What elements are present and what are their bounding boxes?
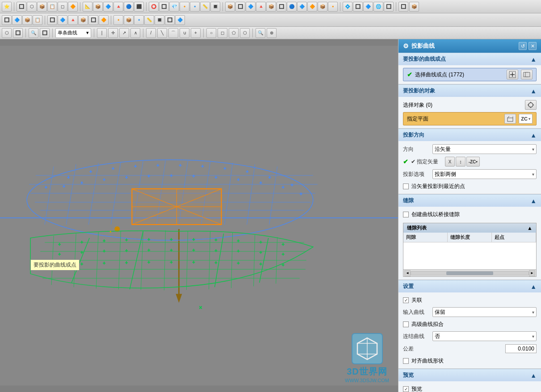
tb-btn-31[interactable]: 💠 [343,2,352,12]
tb-btn-r3-16[interactable]: ⬠ [229,28,239,38]
tb-btn-r2-16[interactable]: 🔲 [165,15,175,25]
tb-btn-r2-2[interactable]: 🔷 [12,15,22,25]
tb-btn-20[interactable]: 📦 [225,2,235,12]
tb-btn-32[interactable]: 🔲 [353,2,363,12]
tb-btn-r2-6[interactable]: 🔷 [58,15,67,25]
connect-curve-dropdown[interactable]: 否 ▾ [432,331,537,341]
tb-btn-35[interactable]: 🔲 [384,2,394,12]
tb-btn-r3-5[interactable]: | [97,28,107,38]
nearest-checkbox[interactable] [403,183,409,189]
associate-checkbox[interactable] [403,297,409,303]
tb-btn-36[interactable]: 🔲 [398,2,408,12]
curves-replace-btn[interactable] [521,70,533,79]
tb-btn-17[interactable]: 🔹 [190,2,200,12]
vector-zc-btn[interactable]: -ZC ▾ [466,157,480,167]
curves-add-btn[interactable] [507,70,518,79]
tb-btn-26[interactable]: 🔵 [287,2,297,12]
tb-btn-r3-19[interactable]: ⊕ [267,28,277,38]
tb-btn-29[interactable]: 📦 [318,2,327,12]
tb-btn-r3-15[interactable]: ◻ [218,28,227,38]
tb-btn-r2-9[interactable]: 🔲 [88,15,98,25]
scroll-left-btn[interactable]: ◄ [404,270,411,276]
tb-btn-4[interactable]: 📋 [47,2,57,12]
tb-btn-r3-1[interactable]: ⬡ [2,28,12,38]
tb-btn-25[interactable]: 🔲 [277,2,286,12]
tb-btn-24[interactable]: 📦 [266,2,276,12]
tb-btn-r3-18[interactable]: 🔍 [256,28,265,38]
tb-btn-19[interactable]: 🔳 [210,2,220,12]
target-select-btn[interactable] [525,100,537,110]
tb-btn-9[interactable]: 🔷 [103,2,113,12]
direction-dropdown[interactable]: 沿矢量 ▾ [432,144,537,154]
tb-btn-r3-2[interactable]: 🔲 [13,28,23,38]
tb-btn-6[interactable]: 🔶 [68,2,78,12]
tb-btn-r3-11[interactable]: ⌒ [168,28,178,38]
tb-btn-7[interactable]: 📐 [83,2,92,12]
panel-close-btn[interactable]: ✕ [528,42,537,50]
tb-btn-8[interactable]: 📦 [93,2,103,12]
tb-btn-star[interactable]: ⭐ [2,2,12,12]
tb-btn-r3-9[interactable]: / [146,28,156,38]
tb-btn-2[interactable]: ⬡ [27,2,37,12]
tb-btn-r3-3[interactable]: 🔍 [29,28,38,38]
projection-dropdown[interactable]: 投影两侧 ▾ [432,169,537,179]
tb-btn-r2-7[interactable]: 🔺 [68,15,78,25]
vector-updown-btn[interactable]: ↕ [456,157,466,167]
tb-btn-3[interactable]: 📦 [37,2,47,12]
tb-btn-12[interactable]: ⬛ [134,2,144,12]
curve-type-dropdown[interactable]: 单条曲线 ▾ [55,28,91,38]
tb-btn-22[interactable]: 🔷 [246,2,256,12]
target-zc-btn[interactable]: ZC ▾ [519,114,533,124]
tb-btn-27[interactable]: 🔷 [297,2,307,12]
tb-btn-10[interactable]: 🔺 [113,2,123,12]
tb-btn-r2-12[interactable]: 📦 [124,15,134,25]
tb-btn-r2-14[interactable]: 📏 [144,15,154,25]
input-curve-dropdown[interactable]: 保留 ▾ [432,307,537,317]
tb-btn-18[interactable]: 📏 [200,2,210,12]
tb-btn-33[interactable]: 🔷 [363,2,373,12]
advanced-fit-checkbox[interactable] [403,321,409,327]
tb-btn-r3-7[interactable]: ↗ [119,28,129,38]
preview-checkbox[interactable] [403,386,409,392]
scroll-right-btn[interactable]: ► [529,270,535,276]
section-direction-header[interactable]: 投影方向 ▲ [398,129,541,141]
tb-btn-13[interactable]: ⭕ [149,2,159,12]
tb-btn-r3-6[interactable]: ✛ [108,28,118,38]
tb-btn-r2-1[interactable]: 🔲 [2,15,12,25]
tb-btn-r2-17[interactable]: 🔷 [175,15,185,25]
tb-btn-1[interactable]: 🔲 [17,2,26,12]
tb-btn-15[interactable]: 💎 [169,2,179,12]
tb-btn-5[interactable]: ◻ [58,2,67,12]
tb-btn-r2-13[interactable]: 🔹 [134,15,144,25]
tb-btn-34[interactable]: 🌐 [373,2,383,12]
create-gap-checkbox[interactable] [403,212,409,217]
tb-btn-r2-5[interactable]: 🔲 [47,15,57,25]
tb-btn-37[interactable]: 📦 [409,2,419,12]
tb-btn-r3-8[interactable]: ∧ [130,28,140,38]
scrollbar-track[interactable] [411,271,529,275]
tolerance-input[interactable]: 0.0100 [505,344,537,353]
tb-btn-11[interactable]: 🔵 [124,2,134,12]
vector-xc-btn[interactable]: X [445,157,455,167]
panel-refresh-btn[interactable]: ↺ [519,42,527,50]
tb-btn-r3-4[interactable]: 🔲 [40,28,50,38]
tb-btn-r2-15[interactable]: 🔳 [155,15,164,25]
tb-btn-r2-10[interactable]: 🔶 [99,15,109,25]
section-curves-header[interactable]: 要投影的曲线或点 ▲ [398,53,541,65]
viewport[interactable]: + + + + + + + + + + + + + + + + + + + + [0,39,398,392]
tb-btn-r3-14[interactable]: ○ [206,28,216,38]
tb-btn-r3-12[interactable]: ∪ [180,28,189,38]
tb-btn-r2-3[interactable]: 📦 [22,15,32,25]
tb-btn-21[interactable]: 🔲 [235,2,245,12]
tb-btn-r2-4[interactable]: 📋 [33,15,42,25]
section-target-header[interactable]: 要投影的对象 ▲ [398,84,541,97]
tb-btn-28[interactable]: 🔶 [307,2,317,12]
section-gap-header[interactable]: 缝隙 ▲ [398,194,541,207]
tb-btn-r3-13[interactable]: + [191,28,201,38]
target-plane-icon-btn[interactable] [504,114,516,124]
tb-btn-r2-11[interactable]: 🔸 [113,15,123,25]
tb-btn-16[interactable]: 🔸 [180,2,189,12]
tb-btn-14[interactable]: 🔲 [159,2,169,12]
section-preview-header[interactable]: 预览 ▲ [398,369,541,381]
tb-btn-30[interactable]: 🔸 [328,2,338,12]
